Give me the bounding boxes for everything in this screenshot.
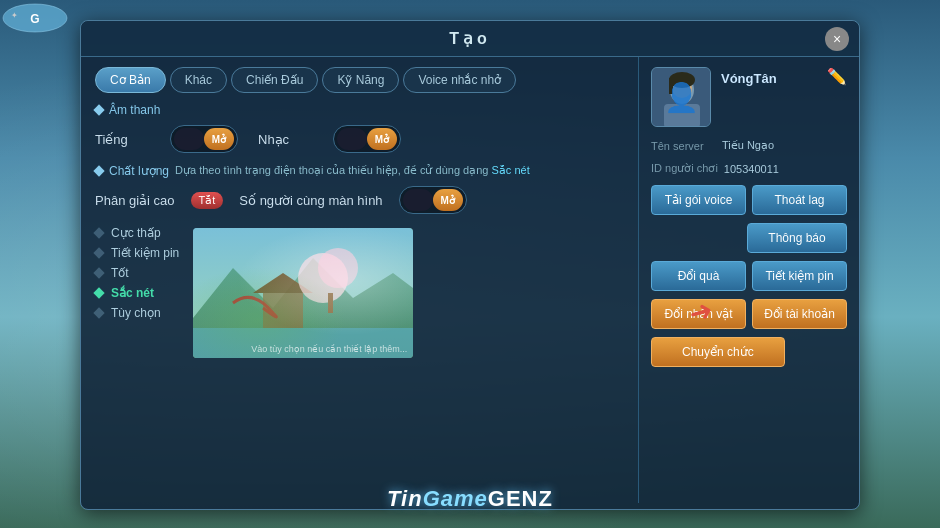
svg-point-9 [318,248,358,288]
watermark: TinGameGENZ [387,486,553,512]
svg-text:✦: ✦ [11,11,18,20]
thong-bao-button[interactable]: Thông báo [747,223,847,253]
logo-icon: G ✦ [0,0,70,55]
so-nguoi-label: Số người cùng màn hình [239,193,382,208]
q-diamond-3-icon [93,268,104,279]
quality-item-sac-net[interactable]: Sắc nét [95,286,179,300]
btn-row-1: Tải gói voice Thoát lag [651,185,847,215]
nhac-toggle[interactable]: Mở [333,125,401,153]
btn-row-5: Chuyển chức [651,337,847,367]
toggle-on-side: Mở [204,128,234,150]
tabs-container: Cơ Bản Khác Chiến Đấu Kỹ Năng Voice nhắc… [95,67,624,93]
left-panel: Cơ Bản Khác Chiến Đấu Kỹ Năng Voice nhắc… [81,57,639,503]
doi-tai-khoan-button[interactable]: Đổi tài khoản [752,299,847,329]
quality-item-tiet-kiem-pin[interactable]: Tiết kiệm pin [95,246,179,260]
quality-thumbnail: Vào tùy chọn nếu cần thiết lập thêm... [193,228,413,358]
q-diamond-2-icon [93,248,104,259]
svg-rect-11 [652,68,711,127]
quality-item-cuc-thap[interactable]: Cực thấp [95,226,179,240]
close-button[interactable]: × [825,27,849,51]
chuyen-chuc-button[interactable]: Chuyển chức [651,337,785,367]
sound-row: Tiếng Mở Nhạc Mở [95,125,624,153]
quality-item-tuy-chon[interactable]: Tùy chọn [95,306,179,320]
nhac-toggle-off [337,128,367,150]
so-nguoi-toggle-off [403,189,433,211]
right-panel: VóngTân ✏️ Tên server Tiếu Ngạo ID người… [639,57,859,503]
svg-point-8 [298,253,348,303]
toggle-off-side [174,128,204,150]
tab-chien-dau[interactable]: Chiến Đấu [231,67,318,93]
avatar [651,67,711,127]
server-value: Tiếu Ngạo [722,139,774,152]
btn-row-4: Đổi nhân vật Đổi tài khoản [651,299,847,329]
svg-rect-16 [669,78,673,94]
svg-rect-3 [193,228,413,358]
dialog-title: Tạo [449,29,491,48]
btn-row-3: Đổi quà Tiết kiệm pin [651,261,847,291]
svg-point-15 [669,72,695,88]
spacer [651,223,741,253]
profile-name: VóngTân [721,71,817,86]
sound-section-title: Âm thanh [95,103,624,117]
profile-section: VóngTân ✏️ [651,67,847,127]
watermark-tin: Tin [387,486,423,511]
quality-section-title: Chất lượng Dựa theo tình trạng điện thoạ… [95,163,624,178]
avatar-image [652,68,711,127]
svg-text:G: G [30,12,39,26]
quality-item-tot[interactable]: Tốt [95,266,179,280]
so-nguoi-toggle[interactable]: Mở [399,186,467,214]
nhac-toggle-on: Mở [367,128,397,150]
svg-rect-13 [664,104,700,127]
tab-co-ban[interactable]: Cơ Bản [95,67,166,93]
id-row: ID người chơi 105340011 [651,162,847,175]
svg-point-14 [672,78,692,98]
svg-point-12 [670,76,694,104]
dialog-content: Cơ Bản Khác Chiến Đấu Kỹ Năng Voice nhắc… [81,57,859,503]
svg-marker-4 [193,258,413,358]
resolution-row: Phân giải cao Tắt Số người cùng màn hình… [95,186,624,214]
thoat-lag-button[interactable]: Thoát lag [752,185,847,215]
title-bar: Tạo × [81,21,859,57]
watermark-genz: GENZ [488,486,553,511]
q-diamond-5-icon [93,308,104,319]
tieng-toggle[interactable]: Mở [170,125,238,153]
tab-khac[interactable]: Khác [170,67,227,93]
phan-giai-badge[interactable]: Tắt [191,192,224,209]
id-value: 105340011 [724,163,779,175]
dialog-container: Tạo × Cơ Bản Khác Chiến Đấu Kỹ Năng Voic… [80,20,860,510]
quality-note: Dựa theo tình trạng điện thoại của thiếu… [175,163,530,178]
thumbnail-scene [193,228,413,358]
tai-goi-voice-button[interactable]: Tải gói voice [651,185,746,215]
id-label: ID người chơi [651,162,718,175]
phan-giai-label: Phân giải cao [95,193,175,208]
q-diamond-icon [93,228,104,239]
logo-area: G ✦ [0,0,80,55]
tab-ky-nang[interactable]: Kỹ Năng [322,67,399,93]
doi-qua-button[interactable]: Đổi quà [651,261,746,291]
profile-info: VóngTân [721,67,817,86]
thumbnail-caption: Vào tùy chọn nếu cần thiết lập thêm... [251,344,407,354]
tab-voice-nhac-nho[interactable]: Voice nhắc nhở [403,67,516,93]
svg-marker-7 [253,273,313,293]
tieng-label: Tiếng [95,132,150,147]
server-row: Tên server Tiếu Ngạo [651,139,847,152]
diamond-icon [93,104,104,115]
quality-diamond-icon [93,165,104,176]
nhac-label: Nhạc [258,132,313,147]
q-diamond-4-active-icon [93,288,104,299]
quality-content: Cực thấp Tiết kiệm pin Tốt Sắc nét [95,222,624,358]
svg-rect-6 [263,293,303,328]
quality-list: Cực thấp Tiết kiệm pin Tốt Sắc nét [95,226,179,358]
btn-row-2: Thông báo [651,223,847,253]
svg-rect-10 [328,293,333,313]
server-label: Tên server [651,140,716,152]
watermark-game: Game [423,486,488,511]
edit-icon[interactable]: ✏️ [827,67,847,86]
tiet-kiem-pin-button[interactable]: Tiết kiệm pin [752,261,847,291]
so-nguoi-toggle-on: Mở [433,189,463,211]
